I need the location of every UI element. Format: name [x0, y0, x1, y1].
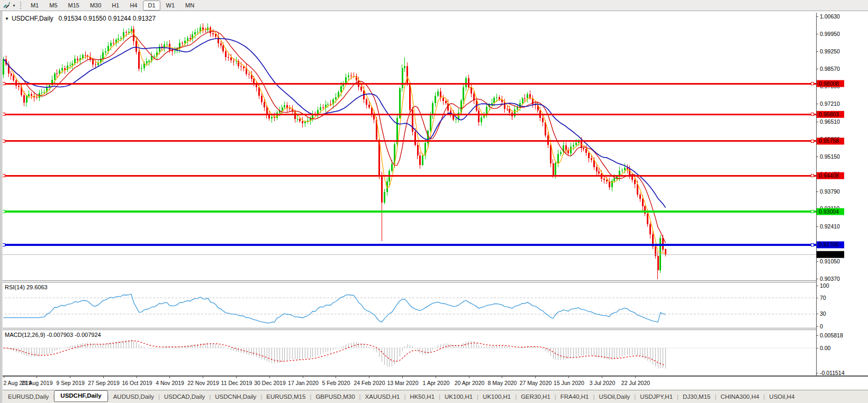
axis-tick-label: 0.97210 — [820, 100, 840, 107]
date-label: 24 Feb 2020 — [352, 380, 386, 386]
candles-layer — [3, 23, 666, 279]
window-left-border — [0, 11, 3, 403]
chart-tab-eurusd-daily[interactable]: EURUSD,Daily — [3, 392, 53, 402]
chart-style-icon[interactable] — [3, 2, 11, 9]
date-label: 8 May 2020 — [485, 380, 519, 386]
hline-price-label: 0.98008 — [817, 80, 844, 87]
axis-tick-label: 0.99250 — [820, 48, 840, 54]
svg-text:0.91327: 0.91327 — [819, 251, 839, 258]
hline-0-91705[interactable] — [1, 243, 816, 246]
price-axis[interactable]: 1.006300.999500.992500.985700.978900.972… — [816, 12, 868, 376]
chart-style-dropdown-icon[interactable]: ▼ — [12, 4, 16, 7]
chart-plot-area[interactable]: 1.006300.999500.992500.985700.978900.972… — [0, 0, 868, 403]
svg-text:0.93004: 0.93004 — [819, 208, 839, 215]
date-tick-mark — [70, 377, 70, 378]
hline-price-label: 0.94408 — [817, 172, 844, 179]
timeframe-button-mn[interactable]: MN — [180, 1, 199, 11]
chart-tab-fra40-h1[interactable]: FRA40,H1 — [556, 392, 594, 402]
date-tick-mark — [137, 377, 137, 378]
axis-tick-label: 0.91050 — [820, 258, 840, 264]
date-tick-mark — [469, 377, 469, 378]
date-tick-mark — [568, 377, 569, 378]
svg-text:0.96803: 0.96803 — [819, 111, 839, 117]
chart-title: ▼USDCHF,Daily0.91534 0.91550 0.91244 0.9… — [5, 15, 156, 22]
chart-tab-gbpusd-m30[interactable]: GBPUSD,M30 — [311, 392, 359, 402]
date-tick-mark — [169, 377, 170, 378]
date-tick-mark — [436, 377, 436, 378]
chart-tab-ger30-h1[interactable]: GER30,H1 — [516, 392, 555, 402]
axis-tick-label: 30 — [820, 310, 826, 317]
chart-tab-usoil-h4[interactable]: USOil,H4 — [764, 392, 799, 402]
date-tick-mark — [635, 377, 636, 378]
date-label: 22 Nov 2019 — [186, 380, 220, 386]
hline-price-label: 0.95758 — [817, 138, 844, 144]
date-label: 3 Jul 2020 — [585, 380, 619, 386]
chart-tab-china300-h4[interactable]: CHINA300,H4 — [716, 392, 764, 402]
timeframe-button-m30[interactable]: M30 — [85, 1, 106, 11]
hline-0-93004[interactable] — [1, 210, 816, 213]
chart-tab-hk50-h1[interactable]: HK50,H1 — [405, 392, 439, 402]
axis-tick-label: 0.96510 — [820, 118, 840, 125]
hline-0-96803[interactable] — [1, 113, 816, 116]
chart-tab-eurusd-m15[interactable]: EURUSD,M15 — [261, 392, 310, 402]
chart-tab-bar: EURUSD,Daily|USDCHF,Daily|AUDUSD,Daily|U… — [0, 390, 868, 403]
svg-text:0.95758: 0.95758 — [819, 138, 839, 144]
hline-price-label: 0.93004 — [817, 208, 844, 215]
chart-tab-usdjpy-h1[interactable]: USDJPY,H1 — [635, 392, 677, 402]
chart-menu-caret-icon[interactable]: ▼ — [5, 16, 9, 21]
date-label: 1 Apr 2020 — [419, 380, 453, 386]
date-label: 11 Dec 2019 — [220, 380, 254, 386]
panel-splitter[interactable] — [0, 328, 868, 330]
svg-text:0.91705: 0.91705 — [819, 241, 839, 248]
date-tick-mark — [269, 377, 270, 378]
hline-0-95758[interactable] — [1, 140, 816, 142]
date-axis[interactable]: 2 Aug 201921 Aug 20199 Sep 201927 Sep 20… — [0, 376, 868, 390]
chart-tab-uk100-h1[interactable]: UK100,H1 — [440, 392, 477, 402]
date-tick-mark — [4, 377, 4, 378]
chart-tab-usdchf-daily[interactable]: USDCHF,Daily — [54, 390, 107, 402]
panel-splitter[interactable] — [0, 280, 868, 282]
chart-tab-xauusd-h1[interactable]: XAUUSD,H1 — [360, 392, 405, 402]
hline-price-label: 0.96803 — [817, 111, 844, 118]
timeframe-buttons: M1M5M15M30H1H4D1W1MN — [25, 1, 200, 11]
axis-tick-label: 0.00 — [820, 345, 831, 351]
axis-tick-label: 0.93790 — [820, 188, 840, 195]
date-label: 21 Aug 2019 — [20, 380, 54, 386]
hline-price-label: 0.91705 — [817, 241, 844, 248]
timeframe-button-h4[interactable]: H4 — [125, 1, 142, 11]
axis-tick-label: 0.98570 — [820, 66, 840, 72]
macd-indicator-label: MACD(12,26,9) -0.007903 -0.007924 — [5, 332, 101, 338]
hline-0-94408[interactable] — [1, 175, 816, 177]
chart-tab-uk100-h1[interactable]: UK100,H1 — [478, 392, 516, 402]
timeframe-toolbar: ▼ M1M5M15M30H1H4D1W1MN — [0, 0, 868, 11]
date-tick-mark — [602, 377, 602, 378]
date-tick-mark — [203, 377, 203, 378]
chart-tab-usdcad-daily[interactable]: USDCAD,Daily — [159, 392, 210, 402]
timeframe-button-d1[interactable]: D1 — [143, 1, 160, 11]
chart-tab-usdcnh-daily[interactable]: USDCNH,Daily — [210, 392, 261, 402]
axis-tick-label: 100 — [820, 282, 829, 289]
chart-tab-dj30-m15[interactable]: DJ30,M15 — [678, 392, 715, 402]
date-label: 4 Nov 2019 — [153, 380, 187, 386]
toolbar-grip[interactable] — [20, 2, 21, 9]
date-tick-mark — [303, 377, 303, 378]
date-tick-mark — [37, 377, 37, 378]
macd-indicator — [1, 340, 816, 369]
date-label: 13 Mar 2020 — [386, 380, 420, 386]
rsi-line — [4, 294, 666, 323]
timeframe-button-h1[interactable]: H1 — [107, 1, 124, 11]
rsi-indicator-label: RSI(14) 29.6063 — [5, 284, 48, 290]
chart-tab-usoil-daily[interactable]: USOil,Daily — [594, 392, 635, 402]
axis-tick-label: -0.011514 — [820, 370, 845, 376]
timeframe-button-m5[interactable]: M5 — [44, 1, 62, 11]
chart-title-symbol: USDCHF,Daily — [12, 15, 53, 22]
current-price-label: 0.91327 — [817, 251, 844, 258]
chart-tab-audusd-daily[interactable]: AUDUSD,Daily — [108, 392, 159, 402]
axis-tick-label: 0.99950 — [820, 31, 840, 37]
timeframe-button-m1[interactable]: M1 — [26, 1, 43, 11]
date-label: 16 Oct 2019 — [120, 380, 154, 386]
timeframe-button-m15[interactable]: M15 — [64, 1, 84, 11]
timeframe-button-w1[interactable]: W1 — [161, 1, 180, 11]
date-label: 17 Jan 2020 — [286, 380, 320, 386]
hline-0-98008[interactable] — [1, 83, 816, 85]
